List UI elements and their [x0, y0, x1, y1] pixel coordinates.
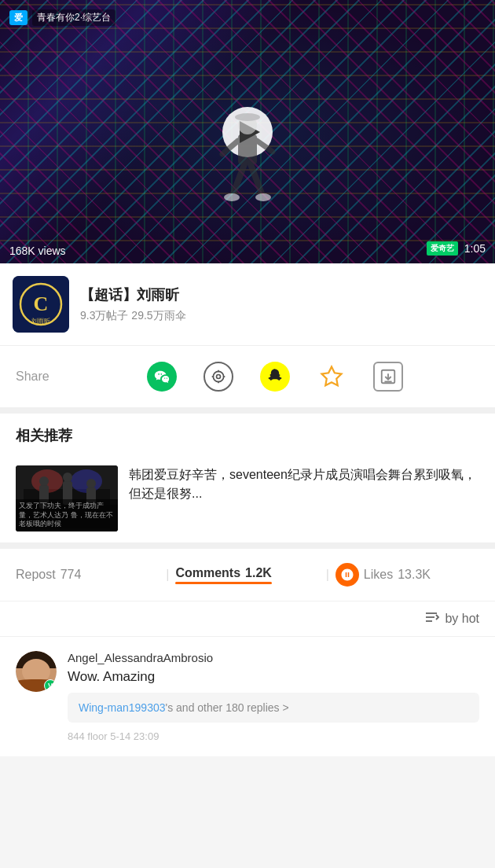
svg-point-27: [71, 469, 102, 493]
channel-avatar: C 刘雨昕: [13, 276, 69, 333]
video-duration: 1:05: [464, 242, 486, 255]
play-button[interactable]: [222, 107, 273, 157]
channel-text-area: 【超话】刘雨昕 9.3万帖子 29.5万雨伞: [80, 285, 186, 323]
share-row: Share: [0, 346, 495, 414]
star-icon: [317, 362, 346, 392]
verified-badge: V: [44, 679, 57, 692]
likes-logo-icon: [336, 563, 359, 587]
channel-logo-svg: C 刘雨昕: [13, 276, 69, 333]
video-player[interactable]: 爱 青春有你2·综艺台 168K views 爱奇艺 1:05: [0, 0, 495, 263]
likes-stat[interactable]: Likes 13.3K: [336, 563, 479, 587]
repost-count: 774: [60, 568, 82, 582]
comment-username: Angel_AlessandraAmbrosio: [68, 651, 479, 664]
download-icon: [373, 362, 403, 392]
comment-item: V Angel_AlessandraAmbrosio Wow. Amazing …: [16, 651, 479, 742]
svg-point-14: [217, 375, 221, 379]
related-thumbnail: 又发了下功夫，终于成功产量，艺术人达乃 鲁，现在在不老板哦的时候: [16, 465, 118, 531]
video-channel-badge: 青春有你2·综艺台: [32, 9, 116, 26]
thumb-overlay-text: 又发了下功夫，终于成功产量，艺术人达乃 鲁，现在在不老板哦的时候: [16, 499, 118, 531]
wechat-share-button[interactable]: [145, 360, 178, 393]
video-bottom-right: 爱奇艺 1:05: [427, 241, 486, 256]
comments-stat[interactable]: Comments 1.2K: [175, 566, 319, 584]
comment-replies[interactable]: Wing-man199303's and other 180 replies >: [68, 693, 479, 723]
svg-point-13: [214, 371, 224, 381]
reply-text: Wing-man199303's and other 180 replies >: [79, 701, 289, 714]
video-bottom-bar: 168K views: [0, 238, 495, 263]
share-label: Share: [16, 370, 50, 384]
sort-label[interactable]: by hot: [445, 612, 479, 626]
related-item[interactable]: 又发了下功夫，终于成功产量，艺术人达乃 鲁，现在在不老板哦的时候 韩团爱豆好辛苦…: [0, 454, 495, 549]
related-item-title: 韩团爱豆好辛苦，seventeen纪录片成员演唱会舞台累到吸氧，但还是很努...: [129, 465, 479, 503]
comment-body: Angel_AlessandraAmbrosio Wow. Amazing Wi…: [68, 651, 479, 742]
camera-share-button[interactable]: [202, 360, 235, 393]
related-title: 相关推荐: [16, 428, 72, 443]
wechat-icon: [147, 362, 177, 392]
comments-count: 1.2K: [245, 566, 272, 580]
likes-area: Likes 13.3K: [336, 563, 431, 587]
share-icons: [72, 360, 479, 393]
likes-label: Likes: [364, 568, 393, 582]
favorite-button[interactable]: [315, 360, 348, 393]
svg-marker-19: [322, 367, 342, 386]
snapchat-share-button[interactable]: [258, 360, 292, 393]
reply-suffix: 's and other 180 replies >: [166, 701, 289, 714]
stat-divider-1: |: [166, 568, 169, 582]
likes-count: 13.3K: [398, 568, 431, 582]
repost-label: Repost: [16, 568, 56, 582]
repost-stat[interactable]: Repost 774: [16, 568, 160, 582]
video-logo: 爱: [9, 10, 28, 25]
download-button[interactable]: [372, 360, 405, 393]
sort-icon: [426, 611, 440, 627]
stat-divider-2: |: [326, 568, 329, 582]
reply-username: Wing-man199303: [79, 701, 166, 714]
channel-stats: 9.3万帖子 29.5万雨伞: [80, 309, 186, 323]
svg-point-29: [39, 476, 49, 486]
svg-point-33: [86, 479, 96, 488]
comments-stat-wrap: Comments 1.2K: [175, 566, 271, 584]
comment-meta: 844 floor 5-14 23:09: [68, 730, 479, 742]
svg-text:C: C: [34, 292, 49, 315]
channel-title: 【超话】刘雨昕: [80, 285, 186, 304]
snapchat-icon: [260, 362, 290, 392]
svg-text:刘雨昕: 刘雨昕: [31, 318, 50, 325]
commenter-avatar: V: [16, 651, 57, 692]
channel-info[interactable]: C 刘雨昕 【超话】刘雨昕 9.3万帖子 29.5万雨伞: [0, 263, 495, 346]
play-icon: [240, 121, 260, 143]
comment-text: Wow. Amazing: [68, 669, 479, 685]
active-tab-underline: [175, 582, 271, 584]
video-top-bar: 爱 青春有你2·综艺台: [9, 9, 116, 26]
svg-point-31: [63, 473, 72, 482]
related-section-header: 相关推荐: [0, 414, 495, 454]
iqiyi-badge: 爱奇艺: [427, 241, 458, 256]
comments-label: Comments: [175, 566, 240, 580]
stats-bar: Repost 774 | Comments 1.2K | Likes 13.3K: [0, 549, 495, 601]
camera-icon: [204, 362, 233, 392]
view-count: 168K views: [9, 245, 66, 257]
sort-row: by hot: [0, 601, 495, 637]
comment-section: V Angel_AlessandraAmbrosio Wow. Amazing …: [0, 637, 495, 756]
